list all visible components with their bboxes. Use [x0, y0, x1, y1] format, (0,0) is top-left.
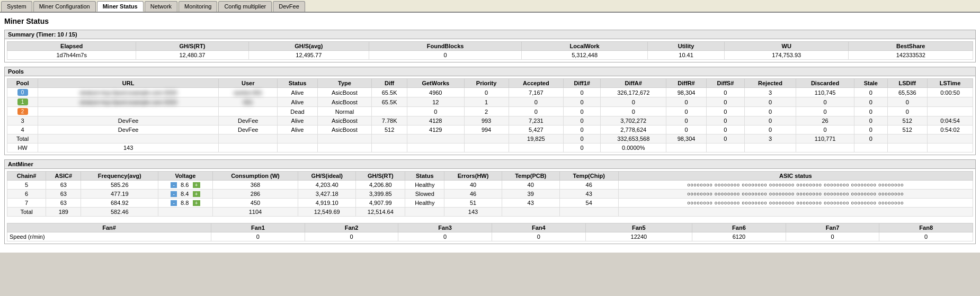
voltage-minus-button[interactable]: - [171, 191, 176, 197]
table-row: 3DevFeeDevFeeAliveAsicBoost7.78K41289937… [7, 116, 973, 125]
antminer-section: AntMiner Chain#ASIC#Frequency(avg)Voltag… [4, 159, 976, 244]
pools-table: PoolURLUserStatusTypeDiffGetWorksPriorit… [7, 78, 973, 153]
chain-table: Chain#ASIC#Frequency(avg)VoltageConsumpt… [7, 171, 973, 217]
voltage-minus-button[interactable]: - [171, 200, 176, 206]
pools-header: Pools [5, 67, 975, 76]
fan-table: Fan#Fan1Fan2Fan3Fan4Fan5Fan6Fan7Fan8 Spe… [7, 223, 973, 241]
tab-network[interactable]: Network [145, 1, 177, 12]
fan-speed-row: Speed (r/min)000012240612000 [7, 232, 973, 241]
pools-section: Pools PoolURLUserStatusTypeDiffGetWorksP… [4, 67, 976, 155]
table-row: 763684.92-8.8+4504,919.104,907.99Healthy… [7, 199, 973, 208]
summary-section: Summary (Timer: 10 / 15) ElapsedGH/S(RT)… [4, 30, 976, 62]
voltage-plus-button[interactable]: + [193, 200, 200, 206]
tab-config-multiplier[interactable]: Config multiplier [218, 1, 272, 12]
table-row: 2DeadNormal02000000000 [7, 107, 973, 116]
table-row: HW14300.0000% [7, 143, 973, 153]
tab-system[interactable]: System [1, 1, 32, 12]
tab-miner-status[interactable]: Miner Status [97, 1, 144, 12]
tab-bar: SystemMiner ConfigurationMiner StatusNet… [0, 0, 980, 13]
pools-content: PoolURLUserStatusTypeDiffGetWorksPriorit… [5, 76, 975, 155]
voltage-plus-button[interactable]: + [193, 191, 200, 197]
table-row: Total189582.46110412,549.6912,514.64143 [7, 208, 973, 217]
main-content: Miner Status Summary (Timer: 10 / 15) El… [0, 13, 980, 253]
tab-monitoring[interactable]: Monitoring [179, 1, 217, 12]
table-row: Total19,8250332,653,56898,30403110,7710 [7, 134, 973, 143]
tab-miner-configuration[interactable]: Miner Configuration [33, 1, 96, 12]
table-row: 4DevFeeDevFeeAliveAsicBoost51241299945,4… [7, 125, 973, 134]
voltage-minus-button[interactable]: - [171, 182, 176, 188]
page-title: Miner Status [4, 17, 976, 25]
antminer-content: Chain#ASIC#Frequency(avg)VoltageConsumpt… [5, 169, 975, 244]
table-row: 0stratum+tcp://pool.example.com:3333work… [7, 88, 973, 97]
voltage-plus-button[interactable]: + [193, 182, 200, 188]
table-row: 663477.19-8.4+2863,427.183,399.85Slowed4… [7, 190, 973, 199]
table-row: 1stratum+tcp://pool.example.com:3333001A… [7, 97, 973, 107]
table-row: 563585.26-8.6+3684,203.404,206.80Healthy… [7, 181, 973, 190]
summary-header: Summary (Timer: 10 / 15) [5, 30, 975, 39]
summary-content: ElapsedGH/S(RT)GH/S(avg)FoundBlocksLocal… [5, 39, 975, 62]
summary-table: ElapsedGH/S(RT)GH/S(avg)FoundBlocksLocal… [7, 41, 973, 60]
tab-devfee[interactable]: DevFee [273, 1, 305, 12]
antminer-header: AntMiner [5, 160, 975, 169]
